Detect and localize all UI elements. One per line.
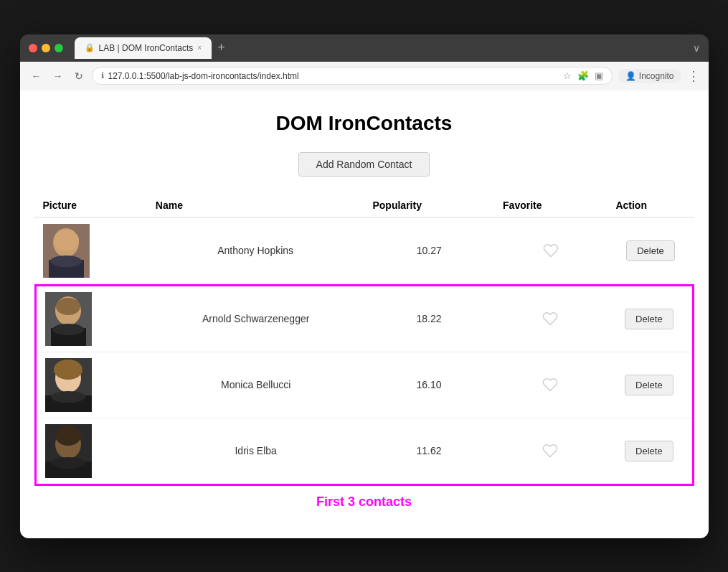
maximize-button[interactable] [55,44,63,52]
delete-button-idris[interactable]: Delete [625,441,673,461]
header-name: Name [147,194,364,217]
table-row: Anthony Hopkins 10.27 Delete [34,217,694,284]
contact-photo-arnold [45,292,92,346]
url-bar[interactable]: ℹ 127.0.0.1:5500/lab-js-dom-ironcontacts… [92,67,613,85]
td-action-anthony: Delete [607,217,694,284]
new-tab-button[interactable]: + [217,40,225,55]
contact-photo-anthony [43,224,90,278]
incognito-label: Incognito [639,71,674,81]
close-button[interactable] [29,44,37,52]
highlighted-table-body: Arnold Schwarzenegger 18.22 Delete [35,285,693,484]
header-picture: Picture [34,194,147,217]
tab-icon: 🔒 [85,43,95,52]
tab-close-button[interactable]: × [197,44,202,52]
td-action-arnold: Delete [606,285,693,352]
td-name-anthony: Anthony Hopkins [147,217,364,284]
svg-point-14 [51,391,85,403]
url-text: 127.0.0.1:5500/lab-js-dom-ironcontacts/i… [108,71,559,81]
td-name-monica: Monica Bellucci [148,352,364,418]
contact-name-arnold: Arnold Schwarzenegger [202,313,309,324]
page-content: DOM IronContacts Add Random Contact Pict… [20,90,709,538]
bookmark-icon[interactable]: ☆ [563,70,572,81]
refresh-button[interactable]: ↻ [72,69,86,83]
td-favorite-idris [493,418,606,484]
contacts-table: Picture Name Popularity Favorite Action [34,194,694,284]
contact-photo-monica [45,358,92,412]
td-action-monica: Delete [606,352,693,418]
favorite-button-idris[interactable] [539,439,562,462]
svg-point-1 [53,228,79,257]
header-popularity: Popularity [364,194,494,217]
tab-title: LAB | DOM IronContacts [99,43,194,53]
td-favorite-anthony [494,217,607,284]
page-title: DOM IronContacts [34,112,694,135]
td-action-idris: Delete [606,418,693,484]
contact-name-anthony: Anthony Hopkins [217,245,293,256]
add-random-contact-button[interactable]: Add Random Contact [298,152,430,177]
address-bar: ← → ↻ ℹ 127.0.0.1:5500/lab-js-dom-ironco… [20,62,709,90]
extensions-icon[interactable]: 🧩 [577,70,589,81]
favorite-button-monica[interactable] [539,373,562,396]
delete-button-monica[interactable]: Delete [625,375,673,395]
svg-point-9 [52,324,84,335]
td-name-idris: Idris Elba [148,418,364,484]
incognito-icon: 👤 [625,71,636,81]
td-name-arnold: Arnold Schwarzenegger [148,285,364,352]
traffic-lights [29,44,63,52]
browser-window: 🔒 LAB | DOM IronContacts × + ∨ ← → ↻ ℹ 1… [20,34,709,538]
title-bar: 🔒 LAB | DOM IronContacts × + ∨ [20,34,709,62]
table-row: Arnold Schwarzenegger 18.22 Delete [35,285,693,352]
table-header: Picture Name Popularity Favorite Action [34,194,694,217]
delete-button-anthony[interactable]: Delete [626,240,675,261]
contact-popularity-arnold: 18.22 [416,313,441,324]
expand-button[interactable]: ∨ [693,42,700,54]
contact-name-monica: Monica Bellucci [221,379,290,390]
contact-popularity-monica: 16.10 [416,379,441,390]
forward-button[interactable]: → [50,69,66,83]
td-popularity-monica: 16.10 [364,352,493,418]
svg-point-4 [50,255,82,267]
minimize-button[interactable] [42,44,50,52]
table-row: Monica Bellucci 16.10 Delete [35,352,693,418]
contact-name-idris: Idris Elba [235,445,276,456]
reader-mode-icon[interactable]: ▣ [595,70,603,81]
favorite-button-arnold[interactable] [539,307,562,330]
first-contacts-label: First 3 contacts [34,494,694,510]
lock-icon: ℹ [101,71,104,80]
tab-bar: 🔒 LAB | DOM IronContacts × + [75,37,687,59]
favorite-button-anthony[interactable] [539,239,562,262]
td-popularity-idris: 11.62 [364,418,493,484]
delete-button-arnold[interactable]: Delete [625,309,673,329]
svg-point-17 [55,426,81,446]
header-action: Action [607,194,694,217]
td-popularity-arnold: 18.22 [364,285,493,352]
table-body: Anthony Hopkins 10.27 Delete [34,217,694,284]
svg-point-7 [56,298,80,315]
svg-point-2 [55,230,77,250]
browser-menu-button[interactable]: ⋮ [687,68,700,84]
td-popularity-anthony: 10.27 [364,217,494,284]
contact-photo-idris [45,424,92,478]
back-button[interactable]: ← [29,69,44,83]
add-button-container: Add Random Contact [34,152,694,177]
svg-point-12 [54,360,82,380]
browser-tab[interactable]: 🔒 LAB | DOM IronContacts × [75,37,212,59]
address-icons: ☆ 🧩 ▣ [563,70,603,81]
contact-popularity-idris: 11.62 [416,445,441,456]
contact-popularity-anthony: 10.27 [417,245,442,256]
highlighted-contacts-table: Arnold Schwarzenegger 18.22 Delete [34,284,694,486]
td-picture [35,418,148,484]
table-row: Idris Elba 11.62 Delete [35,418,693,484]
td-picture [35,285,148,352]
td-favorite-monica [493,352,606,418]
td-picture [35,352,148,418]
incognito-badge: 👤 Incognito [618,69,681,83]
svg-point-19 [51,457,85,469]
header-favorite: Favorite [494,194,607,217]
td-favorite-arnold [493,285,606,352]
td-picture [34,217,147,284]
